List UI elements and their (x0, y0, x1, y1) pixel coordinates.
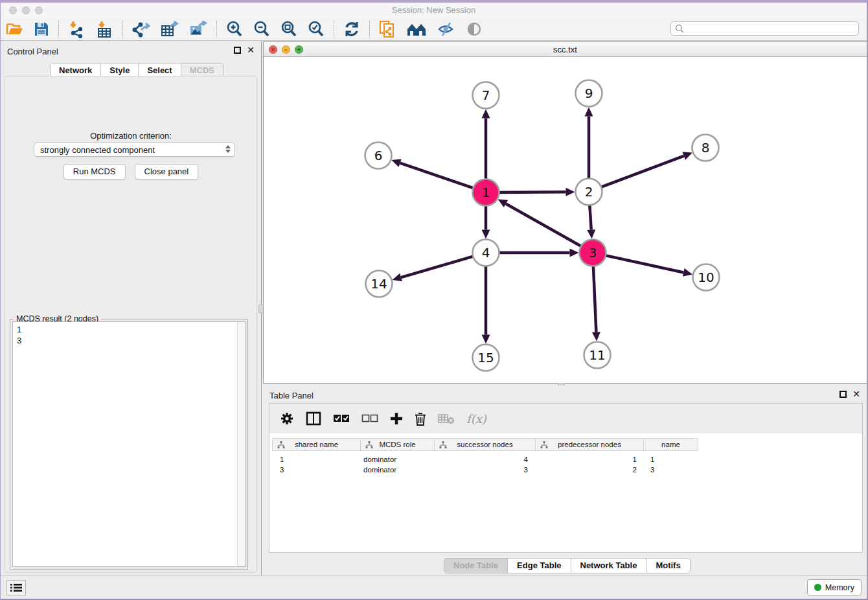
mcds-result-groupbox: MCDS result (2 nodes) 1 3 (10, 319, 248, 570)
search-box[interactable] (670, 21, 859, 36)
graph-edge-2-8[interactable] (600, 156, 683, 188)
zoom-out-button[interactable] (248, 19, 275, 39)
graph-arrowhead (683, 268, 692, 277)
export-table-button[interactable] (155, 19, 184, 39)
cell-predecessor-nodes[interactable]: 1 (538, 454, 637, 465)
refresh-icon (343, 21, 360, 38)
graph-node-label: 1 (482, 185, 490, 200)
shared-column-icon (365, 441, 373, 449)
graph-edge-3-1[interactable] (506, 203, 582, 246)
show-hidden-button[interactable] (461, 19, 488, 39)
float-panel-icon[interactable] (234, 47, 241, 54)
network-graph[interactable]: 7968124314101511 (264, 57, 867, 384)
toolbar-separator (122, 21, 123, 38)
graph-arrowhead (482, 110, 490, 119)
clone-network-button[interactable] (374, 19, 401, 39)
memory-status-dot (814, 584, 821, 591)
hide-selected-button[interactable] (432, 19, 461, 39)
textarea-scrollbar[interactable] (237, 322, 245, 566)
optimization-criterion-label: Optimization criterion: (5, 131, 257, 141)
cell-name[interactable]: 3 (650, 465, 696, 475)
graph-node-label: 8 (702, 140, 710, 156)
tab-node-table[interactable]: Node Table (444, 559, 508, 573)
float-table-panel-icon[interactable] (839, 391, 847, 398)
mcds-result-textarea[interactable]: 1 3 (12, 321, 246, 567)
delete-table-disabled-icon (438, 413, 455, 424)
criterion-dropdown[interactable]: strongly connected component (34, 143, 235, 157)
column-selector-icon[interactable] (306, 411, 321, 426)
export-image-icon (189, 21, 207, 38)
title-bar: Session: New Session (1, 3, 867, 18)
add-column-plus-icon[interactable] (390, 412, 403, 425)
close-panel-button[interactable]: Close panel (135, 164, 199, 179)
cell-shared-name[interactable]: 3 (280, 465, 358, 475)
delete-trash-icon[interactable] (415, 412, 426, 426)
run-mcds-button[interactable]: Run MCDS (63, 164, 126, 179)
tab-motifs[interactable]: Motifs (646, 559, 689, 573)
function-builder-icon: f(x) (466, 412, 486, 426)
graph-edge-2-3[interactable] (589, 203, 591, 229)
cell-successor-nodes[interactable]: 3 (437, 465, 528, 475)
zoom-out-icon (253, 21, 270, 38)
memory-button[interactable]: Memory (807, 579, 862, 595)
column-header-predecessor-nodes[interactable]: predecessor nodes (536, 438, 644, 451)
application-window: Session: New Session (0, 0, 868, 600)
mcds-panel: Optimization criterion: strongly connect… (5, 76, 257, 573)
task-history-button[interactable] (6, 580, 26, 595)
close-table-panel-icon[interactable]: ✕ (852, 391, 860, 398)
tab-edge-table[interactable]: Edge Table (508, 559, 571, 573)
graph-node-label: 11 (589, 347, 605, 363)
column-header-shared-name[interactable]: shared name (272, 438, 361, 451)
open-session-button[interactable] (1, 19, 29, 39)
column-header-mcds-role[interactable]: MCDS role (361, 438, 435, 451)
search-input[interactable] (685, 23, 858, 34)
export-network-button[interactable] (127, 19, 155, 39)
table-settings-gear-icon[interactable] (280, 411, 294, 426)
import-table-icon (97, 21, 113, 38)
clear-checkboxes-icon[interactable] (361, 413, 378, 424)
graph-arrowhead (565, 188, 575, 196)
zoom-selected-button[interactable] (303, 19, 330, 39)
save-floppy-icon (34, 21, 49, 37)
graph-edge-3-11[interactable] (593, 264, 597, 332)
graph-node-label: 2 (585, 184, 593, 200)
zoom-fit-button[interactable] (275, 19, 303, 39)
graph-edge-1-2[interactable] (497, 192, 565, 192)
graph-node-label: 14 (371, 276, 387, 292)
toolbar-separator (216, 21, 217, 38)
memory-label: Memory (825, 583, 854, 592)
save-session-button[interactable] (29, 19, 54, 39)
graph-edge-1-6[interactable] (400, 163, 475, 189)
refresh-layout-button[interactable] (338, 19, 365, 39)
graph-edge-3-10[interactable] (604, 255, 683, 273)
cell-mcds-role[interactable]: dominator (363, 454, 432, 465)
graph-node-label: 4 (482, 245, 490, 260)
table-header-row: shared name MCDS role (269, 438, 862, 451)
cell-shared-name[interactable]: 1 (280, 454, 358, 465)
network-window-titlebar[interactable]: ✕ − + scc.txt (264, 42, 867, 57)
column-header-successor-nodes[interactable]: successor nodes (435, 438, 536, 451)
tab-network-table[interactable]: Network Table (571, 559, 647, 573)
close-panel-icon[interactable]: ✕ (247, 47, 255, 54)
first-neighbors-button[interactable] (401, 19, 432, 39)
network-canvas[interactable]: 7968124314101511 (264, 57, 867, 383)
column-header-name[interactable]: name (644, 438, 698, 451)
cell-successor-nodes[interactable]: 4 (437, 454, 528, 465)
node-table-container: f(x) shared name (269, 403, 863, 553)
search-icon (674, 23, 685, 34)
export-image-button[interactable] (184, 19, 212, 39)
import-table-button[interactable] (91, 19, 119, 39)
cell-predecessor-nodes[interactable]: 2 (538, 465, 637, 475)
cell-mcds-role[interactable]: dominator (363, 465, 432, 475)
zoom-in-button[interactable] (221, 19, 248, 39)
import-network-button[interactable] (63, 19, 91, 39)
criterion-value: strongly connected component (40, 145, 155, 155)
toolbar-separator (58, 21, 59, 38)
list-icon (10, 583, 22, 592)
select-all-checkboxes-icon[interactable] (333, 413, 350, 424)
graph-edge-4-14[interactable] (401, 256, 474, 277)
cell-name[interactable]: 1 (650, 454, 696, 465)
graph-arrowhead (592, 332, 600, 341)
graph-arrowhead (393, 273, 402, 281)
graph-node-label: 3 (589, 245, 597, 260)
